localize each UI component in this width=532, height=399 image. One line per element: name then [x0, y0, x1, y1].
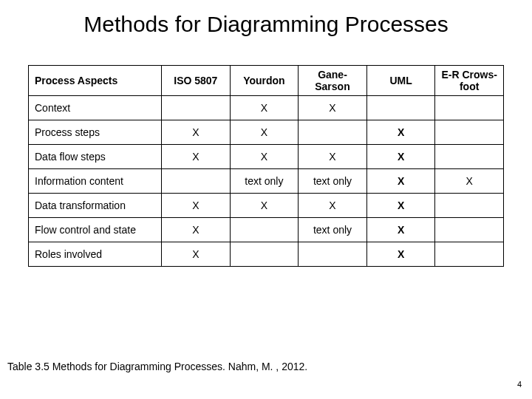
cell	[435, 242, 504, 266]
table-row: Data flow steps X X X X	[29, 144, 504, 168]
cell: text only	[230, 168, 299, 193]
table-caption: Table 3.5 Methods for Diagramming Proces…	[7, 361, 307, 372]
table-row: Information content text only text only …	[29, 168, 504, 193]
table-body: Context X X Process steps X X X Data fl	[29, 95, 504, 266]
cell	[435, 144, 504, 168]
cell: X	[299, 193, 367, 217]
cell: X	[435, 168, 504, 193]
cell	[230, 217, 299, 242]
slide: Methods for Diagramming Processes Proces…	[0, 0, 532, 399]
col-header-aspects: Process Aspects	[29, 65, 162, 95]
cell: X	[366, 193, 435, 217]
table-row: Flow control and state X text only X	[29, 217, 504, 242]
cell: X	[162, 120, 231, 144]
cell: X	[366, 242, 435, 266]
aspect-label: Data transformation	[29, 193, 162, 217]
table-container: Process Aspects ISO 5807 Yourdon Gane-Sa…	[28, 65, 504, 267]
col-header-uml: UML	[366, 65, 435, 95]
cell	[299, 120, 367, 144]
cell: X	[230, 95, 299, 120]
cell: X	[162, 144, 231, 168]
cell	[366, 95, 435, 120]
cell	[162, 168, 231, 193]
aspect-label: Information content	[29, 168, 162, 193]
cell	[435, 217, 504, 242]
cell	[435, 95, 504, 120]
col-header-gane: Gane-Sarson	[299, 65, 367, 95]
cell	[162, 95, 231, 120]
slide-title: Methods for Diagramming Processes	[0, 0, 532, 44]
cell: X	[299, 144, 367, 168]
col-header-iso: ISO 5807	[162, 65, 231, 95]
col-header-yourdon: Yourdon	[230, 65, 299, 95]
aspect-label: Process steps	[29, 120, 162, 144]
col-header-er: E-R Crows-foot	[435, 65, 504, 95]
cell: X	[366, 217, 435, 242]
table-row: Roles involved X X	[29, 242, 504, 266]
cell: X	[366, 120, 435, 144]
cell	[435, 120, 504, 144]
table-row: Process steps X X X	[29, 120, 504, 144]
aspect-label: Data flow steps	[29, 144, 162, 168]
cell	[299, 242, 367, 266]
cell: text only	[299, 168, 367, 193]
aspect-label: Flow control and state	[29, 217, 162, 242]
cell: X	[230, 144, 299, 168]
cell	[230, 242, 299, 266]
page-number: 4	[517, 380, 522, 389]
cell: X	[366, 168, 435, 193]
cell: X	[366, 144, 435, 168]
table-row: Context X X	[29, 95, 504, 120]
cell	[435, 193, 504, 217]
cell: X	[162, 242, 231, 266]
cell: X	[299, 95, 367, 120]
methods-table: Process Aspects ISO 5807 Yourdon Gane-Sa…	[28, 65, 504, 267]
cell: X	[230, 120, 299, 144]
aspect-label: Context	[29, 95, 162, 120]
cell: X	[162, 217, 231, 242]
cell: text only	[299, 217, 367, 242]
cell: X	[230, 193, 299, 217]
table-row: Data transformation X X X X	[29, 193, 504, 217]
aspect-label: Roles involved	[29, 242, 162, 266]
cell: X	[162, 193, 231, 217]
table-header-row: Process Aspects ISO 5807 Yourdon Gane-Sa…	[29, 65, 504, 95]
